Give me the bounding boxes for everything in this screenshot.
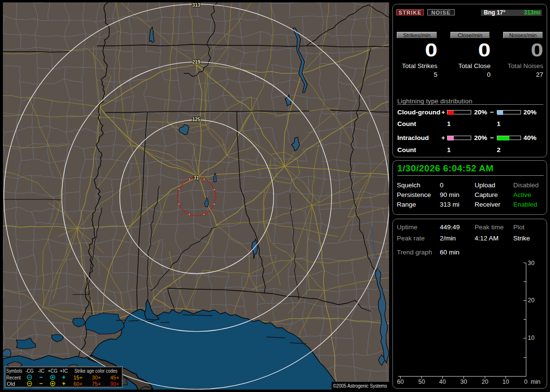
svg-text:90+: 90+ — [110, 381, 119, 387]
svg-text:30+: 30+ — [92, 375, 101, 380]
svg-text:Symbols: Symbols — [6, 368, 22, 374]
svg-text:30: 30 — [528, 260, 535, 266]
svg-text:10: 10 — [528, 335, 535, 341]
svg-text:313: 313 — [192, 2, 201, 8]
svg-text:15+: 15+ — [73, 375, 83, 380]
svg-text:-CG: -CG — [26, 368, 34, 374]
svg-text:+CG: +CG — [48, 368, 58, 374]
svg-text:60+: 60+ — [73, 381, 83, 387]
svg-text:75+: 75+ — [92, 381, 101, 387]
svg-text:45+: 45+ — [110, 375, 119, 380]
svg-text:125: 125 — [192, 117, 201, 122]
svg-text:©2005 Astrogenic Systems: ©2005 Astrogenic Systems — [333, 383, 387, 389]
svg-text:10: 10 — [503, 378, 509, 385]
svg-text:Strike age color codes: Strike age color codes — [74, 368, 117, 374]
svg-text:Recent: Recent — [6, 375, 21, 380]
svg-text:20: 20 — [482, 378, 489, 385]
svg-text:min: min — [531, 378, 540, 385]
svg-text:Old: Old — [7, 381, 15, 387]
svg-text:60: 60 — [397, 378, 404, 385]
svg-text:219: 219 — [192, 59, 201, 65]
svg-text:-IC: -IC — [38, 368, 44, 374]
svg-text:0: 0 — [524, 378, 528, 385]
svg-text:+IC: +IC — [60, 368, 68, 374]
svg-text:30: 30 — [461, 378, 467, 385]
svg-text:40: 40 — [439, 378, 446, 385]
svg-text:20: 20 — [528, 297, 535, 304]
svg-text:50: 50 — [419, 378, 425, 385]
svg-text:31: 31 — [193, 175, 199, 181]
